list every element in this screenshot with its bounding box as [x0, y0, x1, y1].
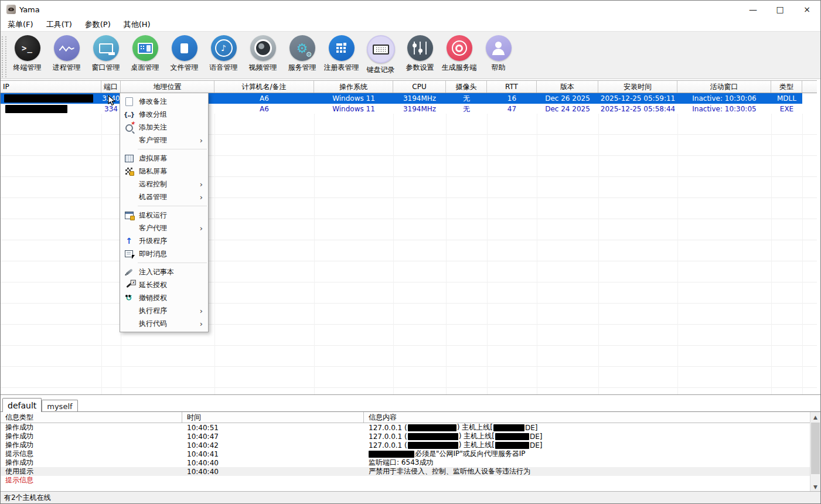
toolbar-help[interactable]: 帮助 [479, 35, 518, 73]
submenu-arrow-icon: › [200, 136, 203, 145]
redaction-bar [495, 442, 529, 449]
log-row[interactable]: 操作成功 10:40:42 127.0.0.1 () 主机上线[ DE] [1, 441, 820, 449]
toolbar-desktop-manage[interactable]: 桌面管理 [125, 35, 165, 73]
toolbar: >_ 终端管理 进程管理 窗口管理 桌面管理 文件管理 ♪ 语音管理 视频管理 … [1, 31, 820, 79]
terminal-icon: >_ [15, 35, 40, 61]
column-header-os[interactable]: 操作系统 [314, 81, 393, 93]
scrollbar-thumb[interactable] [811, 423, 820, 474]
menu-item-edit-group[interactable]: {..} 修改分组 [120, 108, 208, 121]
log-row[interactable]: 使用提示 10:40:40 严禁用于非法侵入、控制、监听他人设备等违法行为 [1, 467, 820, 476]
column-header-type[interactable]: 类型 [771, 81, 802, 93]
column-header-ip[interactable]: IP [1, 81, 101, 93]
menu-item-edit-note[interactable]: 修改备注 [120, 95, 208, 108]
status-bar: 有2个主机在线 [1, 491, 820, 503]
menu-item-privacy-screen[interactable]: 隐私屏幕 [120, 165, 208, 178]
redaction-bar [369, 451, 414, 458]
toolbar-settings[interactable]: 参数设置 [400, 35, 440, 73]
column-header-install-time[interactable]: 安装时间 [598, 81, 677, 93]
column-header-active-window[interactable]: 活动窗口 [677, 81, 771, 93]
toolbar-video-manage[interactable]: 视频管理 [243, 35, 282, 73]
gears-icon: ⚙⚙ [289, 35, 315, 61]
submenu-arrow-icon: › [200, 319, 203, 328]
up-arrow-icon: ↑ [124, 236, 134, 246]
scroll-down-icon[interactable]: ▼ [810, 482, 820, 492]
toolbar-file-manage[interactable]: 文件管理 [165, 35, 204, 73]
submenu-arrow-icon: › [200, 224, 203, 233]
keyboard-icon [367, 35, 395, 63]
elevate-lock-icon [124, 210, 134, 220]
toolbar-audio-manage[interactable]: ♪ 语音管理 [204, 35, 243, 73]
menu-item-run-code[interactable]: 执行代码 › [120, 317, 208, 330]
log-column-content[interactable]: 信息内容 [364, 412, 812, 423]
redaction-bar [493, 424, 524, 431]
column-header-extra [802, 81, 817, 93]
log-column-type[interactable]: 信息类型 [1, 412, 182, 423]
column-header-port[interactable]: 端口 [101, 81, 121, 93]
menu-other[interactable]: 其他(H) [118, 18, 156, 31]
tab-myself[interactable]: myself [42, 400, 77, 412]
menu-item-remote-control[interactable]: 远程控制 › [120, 178, 208, 190]
menu-separator [138, 206, 207, 206]
pen-x-icon [124, 280, 134, 290]
toolbar-keylogger[interactable]: 键盘记录 [361, 35, 400, 75]
menu-item-client-proxy[interactable]: 客户代理 › [120, 222, 208, 234]
column-header-cpu[interactable]: CPU [393, 81, 446, 93]
person-icon [486, 35, 512, 61]
host-table-header: IP 端口 地理位置 计算机名/备注 操作系统 CPU 摄像头 RTT 版本 安… [1, 81, 817, 93]
virtual-screen-icon [124, 154, 134, 163]
file-icon [172, 35, 197, 61]
menu-tools[interactable]: 工具(T) [40, 18, 78, 31]
menu-item-inject-notepad[interactable]: 注入记事本 [120, 265, 208, 278]
log-column-time[interactable]: 时间 [182, 412, 364, 423]
column-header-camera[interactable]: 摄像头 [446, 81, 487, 93]
column-header-rtt[interactable]: RTT [487, 81, 537, 93]
pen-inject-icon [124, 267, 134, 277]
menu-item-virtual-screen[interactable]: 虚拟屏幕 [120, 152, 208, 165]
minimize-button[interactable]: — [740, 1, 767, 18]
braces-icon: {..} [124, 110, 134, 119]
camera-eye-icon [250, 35, 276, 61]
maximize-button[interactable]: □ [767, 1, 793, 18]
menu-item-machine-manage[interactable]: 机器管理 › [120, 190, 208, 203]
window-icon [93, 35, 119, 61]
menu-params[interactable]: 参数(P) [79, 18, 117, 31]
column-header-version[interactable]: 版本 [537, 81, 598, 93]
menu-item-elevate-run[interactable]: 提权运行 [120, 209, 208, 222]
log-table-header: 信息类型 时间 信息内容 [1, 412, 820, 423]
activity-icon [54, 35, 80, 61]
menu-item-add-watch[interactable]: 添加关注 [120, 121, 208, 134]
tab-default[interactable]: default [2, 398, 42, 412]
app-logo-icon [6, 5, 16, 14]
log-row[interactable]: 操作成功 10:40:40 监听端口: 6543成功 [1, 458, 820, 467]
toolbar-process-manage[interactable]: 进程管理 [47, 35, 86, 73]
menu-item-upgrade-program[interactable]: ↑ 升级程序 [120, 234, 208, 247]
status-text: 有2个主机在线 [4, 493, 51, 503]
scroll-up-icon[interactable]: ▲ [810, 412, 820, 422]
log-scrollbar[interactable]: ▲ ▼ [810, 412, 820, 492]
menu-item-instant-message[interactable]: 即时消息 [120, 247, 208, 260]
toolbar-build-server[interactable]: 生成服务端 [440, 35, 479, 73]
menu-item-extend-auth[interactable]: 延长授权 [120, 278, 208, 291]
log-row[interactable]: 操作成功 10:40:47 127.0.0.1 () 主机上线[ DE] [1, 432, 820, 441]
menu-item-run-program[interactable]: 执行程序 › [120, 304, 208, 317]
log-row[interactable]: 操作成功 10:40:51 127.0.0.1 () 主机上线[ DE] [1, 423, 820, 432]
sliders-icon [407, 35, 433, 61]
toolbar-grip[interactable] [2, 36, 6, 77]
column-header-geo[interactable]: 地理位置 [121, 81, 214, 93]
redaction-bar [4, 94, 93, 103]
menu-main[interactable]: 菜单(F) [2, 18, 39, 31]
redaction-bar [408, 424, 457, 431]
log-row[interactable]: 提示信息 10:40:41 必须是"公网IP"或反向代理服务器IP [1, 449, 820, 458]
close-button[interactable]: × [793, 1, 820, 18]
log-row[interactable]: 提示信息 [1, 476, 820, 485]
toolbar-registry-manage[interactable]: 注册表管理 [322, 35, 361, 73]
toolbar-service-manage[interactable]: ⚙⚙ 服务管理 [282, 35, 322, 73]
toolbar-terminal-manage[interactable]: >_ 终端管理 [8, 35, 47, 73]
menu-item-client-manage[interactable]: 客户管理 › [120, 134, 208, 147]
toolbar-window-manage[interactable]: 窗口管理 [86, 35, 125, 73]
window-title: Yama [19, 5, 40, 14]
menu-separator [138, 263, 207, 263]
column-header-computer[interactable]: 计算机名/备注 [214, 81, 314, 93]
menu-item-revoke-auth[interactable]: ↺ 撤销授权 [120, 291, 208, 304]
log-panel: 信息类型 时间 信息内容 操作成功 10:40:51 127.0.0.1 () … [1, 411, 820, 492]
